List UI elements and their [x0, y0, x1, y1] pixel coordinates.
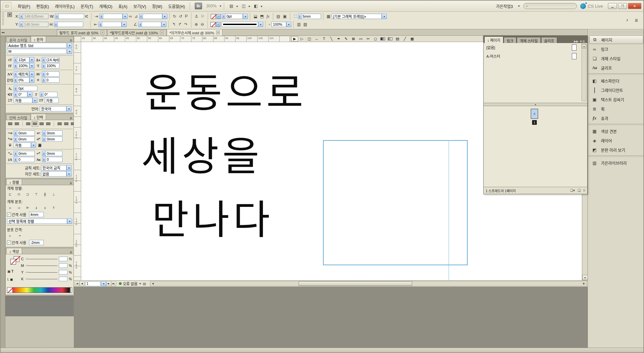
- preflight-status-text[interactable]: 오류 없음: [123, 281, 138, 286]
- y-spinner[interactable]: [19, 22, 23, 27]
- page-thumbnail[interactable]: A: [531, 109, 538, 119]
- baseline-shift-field[interactable]: 0pt: [17, 86, 37, 91]
- bridge-button[interactable]: Br: [195, 3, 202, 9]
- space-after-field[interactable]: 0mm: [46, 151, 62, 156]
- first-line-indent-spinner[interactable]: [14, 136, 17, 142]
- font-size-dropdown[interactable]: [29, 57, 34, 62]
- flip-horizontal-icon[interactable]: ↰: [172, 22, 175, 27]
- jikan-field[interactable]: 0%: [17, 77, 29, 83]
- dock-item-links[interactable]: ∞링크: [589, 45, 643, 53]
- character-rotation-spinner[interactable]: [14, 92, 17, 97]
- stroke-style-dropdown-arrow[interactable]: [258, 22, 263, 27]
- paragraph-align-button-1[interactable]: [14, 121, 20, 127]
- scroll-left-icon[interactable]: ◀: [150, 281, 155, 286]
- page-text-block[interactable]: 운동으로 세상을 만나다: [145, 61, 307, 252]
- tab-character[interactable]: ↕ 문자: [31, 36, 46, 42]
- scroll-down-icon[interactable]: ▼: [582, 275, 588, 280]
- indent-right-field[interactable]: 0mm: [46, 130, 62, 136]
- object-distribute-button-4[interactable]: ⍋: [42, 205, 48, 211]
- channel-slider-C[interactable]: [26, 259, 57, 259]
- last-page-button[interactable]: ▶|: [111, 281, 116, 286]
- rotation-dropdown[interactable]: [162, 14, 167, 19]
- object-align-button-4[interactable]: ╫: [42, 192, 48, 197]
- spacing-field[interactable]: 4mm: [29, 212, 44, 217]
- rotate-ccw-icon[interactable]: ↺: [179, 14, 182, 19]
- menu-item-8[interactable]: 도움말(H): [165, 2, 188, 10]
- object-distribute-button-2[interactable]: ⊫: [24, 205, 31, 211]
- stroke-weight-spinner[interactable]: [222, 14, 225, 19]
- pages-panel-tab-3[interactable]: 글리프: [541, 37, 557, 43]
- shear-dropdown[interactable]: [161, 22, 166, 27]
- menu-item-3[interactable]: 문자(T): [77, 2, 96, 10]
- shear-spinner[interactable]: [138, 22, 142, 27]
- object-distribute-button-5[interactable]: ⍒: [50, 205, 57, 211]
- paragraph-align-button-0[interactable]: [7, 121, 13, 127]
- pages-panel-tab-1[interactable]: 링크: [504, 37, 516, 43]
- auto1-field[interactable]: 자동: [14, 98, 32, 103]
- fill-swatch-none[interactable]: [10, 259, 16, 265]
- direct-selection-tool[interactable]: ▷: [298, 36, 306, 41]
- menu-item-4[interactable]: 개체(O): [96, 2, 115, 10]
- mojikumi-field[interactable]: 없음: [41, 171, 66, 176]
- mojikumi-dropdown[interactable]: [66, 171, 71, 176]
- baseline-shift-spinner[interactable]: [14, 86, 17, 91]
- previous-page-button[interactable]: ◀: [79, 281, 85, 286]
- object-align-button-3[interactable]: ⊤: [33, 192, 39, 197]
- note-tool[interactable]: ▤: [394, 36, 401, 41]
- vertical-ruler[interactable]: 60708090100110120130140150160: [74, 42, 81, 280]
- workspace-switcher[interactable]: 가은작업3: [496, 3, 513, 9]
- default-colors-icon[interactable]: t. ◼: [7, 278, 13, 281]
- dock-item-separations-preview[interactable]: ◩분판 미리 보기: [589, 145, 643, 154]
- fit-frame-icon[interactable]: ⊕: [195, 22, 198, 27]
- dock-item-text-wrap[interactable]: ▣텍스트 감싸기: [589, 95, 643, 104]
- paragraph-align-button-7[interactable]: [63, 121, 69, 127]
- panel-grip[interactable]: [2, 12, 4, 26]
- grid-align-field[interactable]: 자동: [14, 142, 31, 148]
- panel-menu-icon[interactable]: ≣: [68, 39, 73, 42]
- expand-panel-icon[interactable]: ▶▶ ▼≣: [572, 40, 587, 43]
- object-style-field[interactable]: [기본 그래픽 프레임]+: [332, 14, 382, 19]
- object-align-button-2[interactable]: ⊐: [24, 192, 31, 197]
- menu-item-5[interactable]: 표(A): [115, 2, 130, 10]
- dock-item-stroke[interactable]: ≣획: [589, 104, 643, 113]
- object-distribute-button-1[interactable]: ⫤: [16, 205, 22, 211]
- rectangle-tool[interactable]: ▭: [357, 36, 364, 41]
- rotation-field[interactable]: [143, 14, 162, 19]
- horizontal-scroll-thumb[interactable]: [299, 281, 412, 286]
- channel-value-field-Y[interactable]: [59, 270, 67, 275]
- kerning-field[interactable]: 메트릭: [17, 71, 29, 77]
- object-align-button-5[interactable]: ⊥: [50, 192, 57, 197]
- distribute-spacing-button-1[interactable]: ⫧: [17, 233, 23, 239]
- menu-item-7[interactable]: 창(W): [149, 2, 165, 10]
- left-dock-strip[interactable]: [1, 36, 5, 348]
- jikan-spinner[interactable]: [14, 77, 17, 83]
- paragraph-align-button-4[interactable]: [38, 121, 45, 127]
- tracking-field[interactable]: 0: [45, 71, 59, 77]
- dock-item-gradient[interactable]: 그레이디언트: [589, 86, 643, 94]
- object-distribute-button-3[interactable]: ⍋: [33, 205, 39, 211]
- graphic-frame[interactable]: [323, 140, 468, 265]
- dropcap-lines-field[interactable]: 0: [17, 157, 35, 162]
- panel-menu-icon[interactable]: ≣: [68, 251, 73, 254]
- panel-menu-icon[interactable]: ≣: [68, 116, 73, 120]
- reference-point-proxy[interactable]: [7, 12, 12, 17]
- rotate-cw-icon[interactable]: ↻: [173, 14, 176, 19]
- distribute-spacing-button-0[interactable]: ⫦: [7, 233, 13, 239]
- restore-button[interactable]: ❐: [618, 3, 627, 9]
- spacing-field-2[interactable]: -2mm: [29, 240, 44, 245]
- grid-jikan-spinner[interactable]: [42, 77, 45, 83]
- kinsoku-dropdown[interactable]: [66, 165, 71, 170]
- dock-item-pathfinder[interactable]: ◧패스파인더: [589, 76, 643, 85]
- free-transform-tool[interactable]: ◻: [372, 36, 379, 41]
- drop-shadow-icon[interactable]: ⬒: [260, 14, 264, 19]
- h-spinner[interactable]: [54, 22, 58, 27]
- object-distribute-button-0[interactable]: ⫢: [7, 205, 13, 211]
- rotate-90cw-icon[interactable]: ↷: [184, 22, 188, 27]
- tab-character-styles[interactable]: 문자 스타일: [6, 37, 30, 42]
- preflight-menu-icon[interactable]: ▼: [139, 282, 142, 285]
- leading-field[interactable]: (14.4pt): [45, 57, 59, 62]
- stroke-style-dropdown[interactable]: [221, 22, 258, 27]
- vertical-scale-dropdown[interactable]: [29, 63, 34, 68]
- scale-y-dropdown[interactable]: [122, 22, 127, 27]
- character-rotation-dropdown[interactable]: [27, 92, 32, 97]
